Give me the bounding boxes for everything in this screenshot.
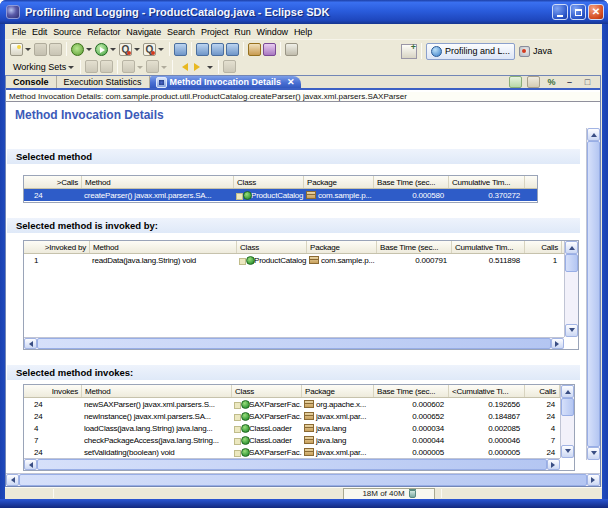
table-row[interactable]: 4loadClass(java.lang.String) java.lang..… bbox=[24, 422, 560, 434]
column-header[interactable]: Method bbox=[90, 241, 237, 253]
menu-run[interactable]: Run bbox=[231, 26, 253, 38]
title-bar[interactable]: Profiling and Logging - ProductCatalog.j… bbox=[0, 0, 608, 24]
column-header[interactable]: Base Time (sec... bbox=[374, 385, 449, 397]
column-header[interactable]: Class bbox=[232, 385, 302, 397]
scroll-up-button[interactable] bbox=[587, 128, 600, 141]
table-row[interactable]: 24newInstance() javax.xml.parsers.SA...S… bbox=[24, 410, 560, 422]
tab-execution-statistics[interactable]: Execution Statistics bbox=[57, 76, 150, 88]
table-row[interactable]: 24newSAXParser() javax.xml.parsers.S...S… bbox=[24, 398, 560, 410]
column-header[interactable]: Base Time (sec... bbox=[374, 176, 449, 188]
table-row[interactable]: 7checkPackageAccess(java.lang.String...C… bbox=[24, 434, 560, 446]
new-java-project-button[interactable] bbox=[225, 41, 240, 58]
table-row[interactable]: 24createParser() javax.xml.parsers.SA...… bbox=[24, 189, 537, 201]
scroll-right-button[interactable] bbox=[551, 338, 564, 349]
column-header[interactable]: Package bbox=[307, 241, 377, 253]
menu-edit[interactable]: Edit bbox=[29, 26, 50, 38]
scrollbar-thumb[interactable] bbox=[19, 474, 587, 486]
run-button[interactable] bbox=[94, 41, 118, 58]
tab-close-icon[interactable]: ✕ bbox=[287, 77, 295, 87]
table-horizontal-scrollbar[interactable] bbox=[24, 337, 564, 349]
scroll-right-button[interactable] bbox=[587, 474, 600, 486]
column-header[interactable]: Package bbox=[302, 385, 374, 397]
working-sets-combo[interactable]: Working Sets bbox=[9, 61, 77, 73]
scroll-right-button[interactable] bbox=[547, 459, 560, 470]
menu-file[interactable]: File bbox=[9, 26, 29, 38]
scroll-down-button[interactable] bbox=[587, 447, 600, 460]
scrollbar-thumb[interactable] bbox=[565, 254, 578, 272]
scroll-down-button[interactable] bbox=[565, 324, 578, 337]
back-button[interactable] bbox=[176, 58, 191, 75]
column-header[interactable]: Calls bbox=[525, 385, 560, 397]
task-button[interactable] bbox=[262, 41, 277, 58]
last-edit-location-button[interactable] bbox=[222, 58, 237, 75]
external-tools-button[interactable]: Q bbox=[142, 41, 166, 58]
minimize-window-button[interactable] bbox=[552, 4, 568, 20]
previous-annotation-button[interactable] bbox=[121, 58, 145, 75]
perspective-java-button[interactable]: Java bbox=[515, 44, 556, 59]
search-button[interactable] bbox=[247, 41, 262, 58]
print-button[interactable] bbox=[48, 41, 63, 58]
column-header[interactable]: Package bbox=[304, 176, 374, 188]
new-java-package-button[interactable] bbox=[210, 41, 225, 58]
export-report-icon[interactable] bbox=[527, 76, 540, 88]
view-horizontal-scrollbar[interactable] bbox=[6, 473, 600, 486]
column-header[interactable]: Method bbox=[82, 385, 232, 397]
show-source-button[interactable] bbox=[99, 58, 114, 75]
garbage-collect-icon[interactable] bbox=[409, 490, 416, 498]
new-java-class-button[interactable] bbox=[195, 41, 210, 58]
table-vertical-scrollbar[interactable] bbox=[560, 385, 574, 458]
column-header[interactable]: Cumulative Tim... bbox=[449, 176, 525, 188]
column-header[interactable]: <Cumulative Ti... bbox=[449, 385, 525, 397]
view-vertical-scrollbar[interactable] bbox=[586, 128, 600, 460]
scrollbar-thumb[interactable] bbox=[587, 141, 600, 447]
scrollbar-thumb[interactable] bbox=[37, 459, 547, 470]
menu-window[interactable]: Window bbox=[254, 26, 291, 38]
debug-button[interactable] bbox=[70, 41, 94, 58]
menu-navigate[interactable]: Navigate bbox=[123, 26, 164, 38]
column-header[interactable]: Method bbox=[82, 176, 234, 188]
column-header[interactable]: Base Time (sec... bbox=[377, 241, 452, 253]
column-header[interactable]: Cumulative Tim... bbox=[452, 241, 525, 253]
maximize-window-button[interactable] bbox=[570, 4, 586, 20]
table-row[interactable]: 1readData(java.lang.String) voidProductC… bbox=[24, 254, 564, 266]
mark-occurrences-button[interactable] bbox=[84, 58, 99, 75]
scroll-up-button[interactable] bbox=[565, 241, 578, 254]
tab-console[interactable]: Console bbox=[6, 76, 57, 88]
annotation-button[interactable] bbox=[284, 41, 299, 58]
scroll-left-button[interactable] bbox=[24, 459, 37, 470]
column-header[interactable]: Class bbox=[237, 241, 307, 253]
close-window-button[interactable]: ✕ bbox=[588, 4, 604, 20]
column-header[interactable]: Calls bbox=[525, 241, 562, 253]
table-row[interactable]: 24setValidating(boolean) voidSAXParserFa… bbox=[24, 446, 560, 458]
profile-button[interactable]: Q bbox=[118, 41, 142, 58]
refresh-view-icon[interactable] bbox=[509, 76, 522, 88]
table-vertical-scrollbar[interactable] bbox=[564, 241, 578, 337]
menu-source[interactable]: Source bbox=[50, 26, 84, 38]
scrollbar-thumb[interactable] bbox=[561, 398, 574, 416]
scroll-left-button[interactable] bbox=[24, 338, 37, 349]
maximize-view-icon[interactable]: □ bbox=[581, 76, 594, 88]
save-button[interactable] bbox=[33, 41, 48, 58]
menu-project[interactable]: Project bbox=[198, 26, 231, 38]
column-header[interactable]: Class bbox=[234, 176, 304, 188]
column-header[interactable]: Invokes bbox=[24, 385, 82, 397]
menu-search[interactable]: Search bbox=[164, 26, 198, 38]
scroll-down-button[interactable] bbox=[561, 445, 574, 458]
scroll-left-button[interactable] bbox=[6, 474, 19, 486]
column-header[interactable]: >Calls bbox=[24, 176, 82, 188]
minimize-view-icon[interactable]: – bbox=[563, 76, 576, 88]
menu-help[interactable]: Help bbox=[291, 26, 315, 38]
table-horizontal-scrollbar[interactable] bbox=[24, 458, 560, 470]
perspective-profiling-button[interactable]: Profiling and L... bbox=[426, 43, 515, 60]
tab-method-invocation-details[interactable]: Method Invocation Details ✕ bbox=[150, 76, 301, 88]
scrollbar-thumb[interactable] bbox=[37, 338, 551, 349]
open-type-button[interactable] bbox=[173, 41, 188, 58]
scrollbar-track[interactable] bbox=[565, 272, 578, 324]
open-perspective-icon[interactable] bbox=[401, 44, 417, 59]
filter-icon[interactable]: % bbox=[545, 76, 558, 88]
scroll-up-button[interactable] bbox=[561, 385, 574, 398]
next-annotation-button[interactable] bbox=[145, 58, 169, 75]
column-header[interactable]: >Invoked by bbox=[24, 241, 90, 253]
scrollbar-track[interactable] bbox=[561, 416, 574, 445]
menu-refactor[interactable]: Refactor bbox=[84, 26, 123, 38]
